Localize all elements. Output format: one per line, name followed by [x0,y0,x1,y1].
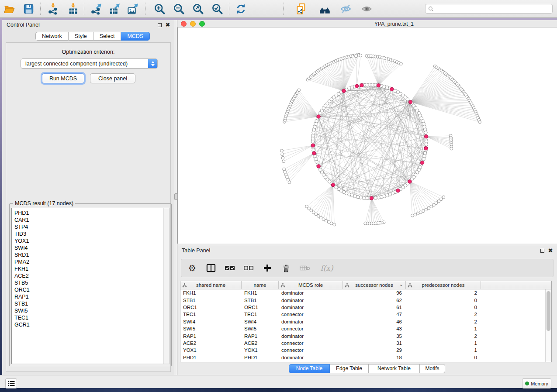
mcds-node-item[interactable]: ACE2 [14,272,169,279]
panel-menu-button[interactable] [5,378,17,389]
traffic-light-close[interactable] [181,21,187,27]
graph-node[interactable] [416,212,419,215]
mcds-node[interactable] [312,151,316,155]
table-row[interactable]: ACE2 ACE2 connector 31 1 [180,340,545,347]
show-all-button[interactable] [360,2,374,16]
graph-node[interactable] [427,206,430,210]
list-scrollbar[interactable] [163,208,169,364]
mcds-node-item[interactable]: ORC1 [14,286,169,293]
graph-node[interactable] [422,210,425,213]
column-header-successor-nodes[interactable]: successor nodes ⌄ [343,281,406,289]
mcds-node-item[interactable]: RAP1 [14,293,169,300]
table-row[interactable]: YOX1 YOX1 connector 29 1 [180,347,545,354]
mcds-node-item[interactable]: FKH1 [14,265,169,272]
mcds-node[interactable] [420,161,424,165]
mcds-node-item[interactable]: STP4 [14,224,169,230]
graph-node[interactable] [414,213,417,216]
table-row[interactable]: RAP1 RAP1 dominator 35 2 [180,332,545,339]
delete-table-button[interactable] [299,262,311,274]
graph-node[interactable] [283,168,286,171]
search-input[interactable] [434,5,552,13]
graph-node[interactable] [298,89,301,92]
float-panel-icon[interactable] [158,23,162,27]
graph-node[interactable] [422,157,426,161]
mcds-node[interactable] [390,87,394,91]
zoom-fit-button[interactable] [191,2,205,16]
column-header-name[interactable]: name [242,281,279,289]
tab-style[interactable]: Style [69,32,93,41]
delete-column-button[interactable] [280,262,292,274]
mcds-node-item[interactable]: SWI5 [14,307,169,314]
tab-node-table[interactable]: Node Table [289,364,330,373]
add-column-button[interactable] [262,262,273,274]
tab-network[interactable]: Network [35,32,69,41]
export-network-button[interactable] [89,2,103,16]
mcds-node[interactable] [424,147,428,150]
mcds-node-item[interactable]: STB1 [14,300,169,307]
first-neighbors-button[interactable] [318,2,332,16]
float-panel-icon[interactable] [540,249,544,253]
zoom-selected-button[interactable] [210,2,224,16]
mcds-node[interactable] [408,180,412,183]
traffic-light-minimize[interactable] [190,21,196,27]
scrollbar-thumb[interactable] [547,291,550,331]
close-panel-icon[interactable]: ✖ [166,23,170,27]
graph-node[interactable] [406,98,409,101]
network-graph[interactable] [178,28,557,244]
export-table-button[interactable] [107,2,121,16]
table-row[interactable]: STB1 STB1 dominator 62 0 [180,296,545,303]
criterion-select[interactable]: largest connected component (undirected) [21,58,158,69]
mcds-node-item[interactable]: SRD1 [14,251,169,258]
mcds-node-item[interactable]: STB5 [14,279,169,286]
graph-node[interactable] [281,156,284,159]
mcds-node[interactable] [360,83,363,87]
column-header-predecessor-nodes[interactable]: predecessor nodes [406,281,481,289]
graph-node[interactable] [411,214,414,217]
mcds-node[interactable] [331,183,335,186]
vertical-splitter[interactable] [174,20,177,375]
tab-motifs[interactable]: Motifs [420,364,445,373]
graph-node[interactable] [280,149,284,152]
graph-node[interactable] [305,205,308,208]
function-builder-button[interactable]: f(x) [318,262,336,274]
tab-network-table[interactable]: Network Table [369,364,420,373]
mcds-node[interactable] [342,89,346,93]
graph-node[interactable] [425,143,428,146]
mcds-node-item[interactable]: PMA2 [14,258,169,265]
graph-node[interactable] [424,131,428,134]
table-row[interactable]: ORC1 ORC1 dominator 61 0 [180,304,545,311]
traffic-light-zoom[interactable] [199,21,205,27]
graph-node[interactable] [364,222,367,225]
mcds-node-item[interactable]: SWI4 [14,244,169,251]
table-row[interactable]: TEC1 TEC1 connector 47 2 [180,311,545,318]
mcds-node-item[interactable]: GCR1 [14,321,169,328]
table-row[interactable]: PHD1 PHD1 dominator 18 0 [180,354,545,361]
graph-node[interactable] [359,54,362,57]
tab-edge-table[interactable]: Edge Table [330,364,369,373]
deselect-all-button[interactable] [243,262,254,274]
graph-node[interactable] [281,153,284,156]
run-mcds-button[interactable]: Run MCDS [42,73,84,83]
mcds-node-item[interactable]: TEC1 [14,314,169,321]
import-table-button[interactable] [66,2,80,16]
graph-node[interactable] [282,160,285,163]
mcds-node[interactable] [377,83,380,87]
mcds-node-item[interactable]: PHD1 [14,210,169,217]
zoom-out-button[interactable] [172,2,186,16]
hide-selected-button[interactable] [339,2,353,16]
graph-node[interactable] [374,196,377,200]
graph-node[interactable] [478,120,481,124]
toggle-panes-button[interactable] [205,262,217,274]
table-row[interactable]: SWI5 SWI5 connector 43 1 [180,325,545,332]
table-row[interactable]: FKH1 FKH1 dominator 96 2 [180,289,545,296]
zoom-in-button[interactable] [152,2,166,16]
mcds-node[interactable] [408,100,412,104]
save-session-button[interactable] [21,2,35,16]
close-panel-icon[interactable]: ✖ [548,248,553,253]
select-all-button[interactable] [224,262,235,274]
import-network-button[interactable] [46,2,60,16]
table-scrollbar[interactable] [545,289,551,362]
graph-node[interactable] [330,222,333,225]
close-panel-button[interactable]: Close panel [90,73,135,83]
column-header-mcds-role[interactable]: MCDS role [279,281,343,289]
